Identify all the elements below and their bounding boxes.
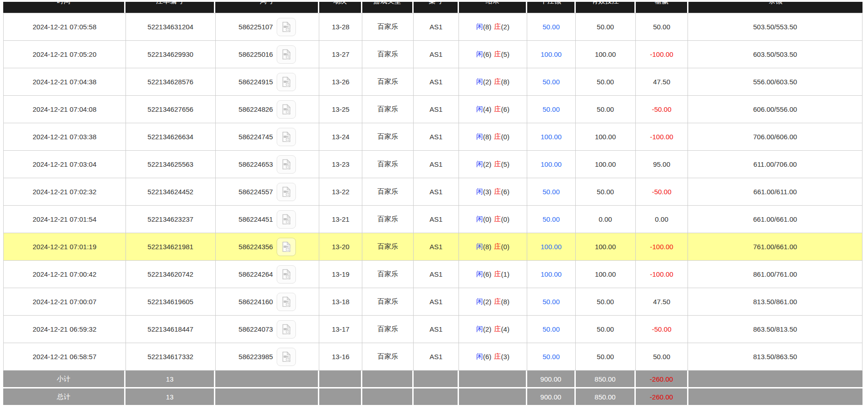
table-row[interactable]: 2024-12-21 07:05:20522134629930586225016… (3, 41, 863, 68)
table-row[interactable]: 2024-12-21 07:01:54522134623237586224451… (3, 206, 863, 233)
subtotal-table-number (414, 371, 459, 387)
cell-bet-number-text: 522134629930 (147, 50, 193, 58)
cell-round-number: 586225107 (216, 13, 320, 40)
cell-win-loss: -50.00 (636, 96, 688, 123)
video-file-icon (280, 351, 292, 363)
round-number-text: 586224264 (239, 270, 273, 278)
video-file-icon (280, 49, 292, 60)
result-banker-score: (0) (501, 133, 509, 141)
video-replay-button[interactable] (277, 18, 296, 36)
cell-session-text: 13-16 (332, 353, 349, 361)
total-balance (688, 388, 863, 405)
video-replay-button[interactable] (277, 320, 296, 339)
subtotal-bet-amount: 900.00 (527, 371, 576, 387)
table-row[interactable]: 2024-12-21 07:02:32522134624452586224557… (3, 178, 863, 206)
table-row[interactable]: 2024-12-21 07:05:58522134631204586225107… (3, 13, 863, 41)
total-bet-amount: 900.00 (527, 388, 576, 405)
result-banker: 庄(0) (494, 242, 509, 251)
cell-bet-number: 522134631204 (126, 13, 216, 40)
summary-value: 13 (166, 393, 174, 401)
video-file-icon (280, 159, 292, 170)
video-replay-button[interactable] (277, 238, 296, 256)
cell-valid-bet-text: 0.00 (599, 215, 612, 223)
result-banker: 庄(6) (494, 187, 509, 196)
bet-records-table: 2024-12-21 07:05:58522134631204586225107… (3, 13, 863, 371)
result-player: 闲(8) (476, 22, 491, 31)
video-replay-button[interactable] (277, 348, 296, 366)
cell-bet-number: 522134620742 (126, 261, 216, 288)
col-header-label: 结果 (459, 2, 526, 4)
table-row[interactable]: 2024-12-21 07:04:38522134628576586224915… (3, 68, 863, 96)
cell-table-number-text: AS1 (430, 215, 442, 223)
result-player-label: 闲 (476, 132, 483, 141)
cell-table-number: AS1 (414, 288, 459, 315)
table-row[interactable]: 2024-12-21 07:00:07522134619605586224160… (3, 288, 863, 316)
cell-bet-amount: 50.00 (527, 343, 576, 370)
table-header-row: 时间注单编号局号场次游戏类型桌号结果下注额有效投注输赢余额 (3, 2, 863, 13)
col-header-bet-number: 注单编号 (126, 2, 215, 13)
table-row[interactable]: 2024-12-21 06:59:32522134618447586224073… (3, 316, 863, 343)
cell-game-type: 百家乐 (362, 13, 414, 40)
cell-table-number-text: AS1 (430, 353, 442, 361)
result-banker-score: (6) (501, 105, 509, 113)
round-number-text: 586224356 (239, 243, 273, 251)
cell-time-text: 2024-12-21 07:03:38 (33, 133, 96, 141)
video-replay-button[interactable] (277, 155, 296, 174)
result-player: 闲(0) (476, 215, 491, 224)
video-file-icon (280, 213, 292, 225)
video-replay-button[interactable] (277, 293, 296, 311)
table-row[interactable]: 2024-12-21 07:04:08522134627656586224826… (3, 96, 863, 123)
result-banker-label: 庄 (494, 242, 501, 251)
table-row[interactable]: 2024-12-21 06:58:57522134617332586223985… (3, 343, 863, 371)
cell-round-number: 586224073 (216, 316, 320, 343)
video-replay-button[interactable] (277, 210, 296, 229)
cell-game-type-text: 百家乐 (377, 50, 398, 59)
video-replay-button[interactable] (277, 100, 296, 119)
cell-bet-number-text: 522134627656 (147, 105, 193, 113)
cell-balance-text: 861.00/761.00 (753, 270, 797, 278)
cell-time-text: 2024-12-21 07:05:20 (33, 50, 96, 58)
cell-session-text: 13-22 (332, 188, 349, 196)
cell-bet-amount: 50.00 (527, 316, 576, 343)
table-row[interactable]: 2024-12-21 07:03:38522134626634586224745… (3, 123, 863, 151)
subtotal-round-number (215, 371, 319, 387)
table-row[interactable]: 2024-12-21 07:00:42522134620742586224264… (3, 261, 863, 288)
cell-bet-number: 522134624452 (126, 178, 216, 205)
cell-balance: 813.50/863.50 (688, 343, 862, 370)
col-header-win-loss: 输赢 (636, 2, 688, 13)
table-row-highlighted[interactable]: 2024-12-21 07:01:19522134621981586224356… (3, 233, 863, 261)
result-player-score: (6) (483, 353, 491, 361)
result-player-score: (3) (483, 188, 491, 196)
cell-win-loss-text: -50.00 (652, 188, 671, 196)
cell-session: 13-24 (319, 123, 362, 150)
video-replay-button[interactable] (277, 45, 296, 64)
table-row[interactable]: 2024-12-21 07:03:04522134625563586224653… (3, 151, 863, 178)
result-player-score: (8) (483, 243, 491, 251)
cell-round-number: 586224451 (216, 206, 320, 233)
video-replay-button[interactable] (277, 128, 296, 146)
cell-time-text: 2024-12-21 07:00:07 (33, 298, 96, 306)
result-banker-score: (4) (501, 325, 509, 333)
cell-bet-number-text: 522134620742 (147, 270, 193, 278)
cell-valid-bet-text: 100.00 (595, 133, 616, 141)
col-header-game-type: 游戏类型 (362, 2, 414, 13)
cell-game-type: 百家乐 (362, 96, 414, 123)
cell-bet-number-text: 522134625563 (147, 160, 193, 168)
result-player-score: (4) (483, 105, 491, 113)
video-replay-button[interactable] (277, 265, 296, 284)
total-time: 总计 (3, 388, 126, 405)
video-replay-button[interactable] (277, 73, 296, 91)
cell-bet-amount: 50.00 (527, 206, 576, 233)
col-header-round-number: 局号 (215, 2, 319, 13)
result-player-score: (0) (483, 215, 491, 223)
cell-win-loss-text: -100.00 (650, 270, 673, 278)
result-banker-score: (1) (501, 270, 509, 278)
result-banker: 庄(8) (494, 77, 509, 86)
total-valid-bet: 850.00 (576, 388, 636, 405)
cell-game-type-text: 百家乐 (377, 270, 398, 279)
total-game-type (362, 388, 414, 405)
cell-bet-number: 522134627656 (126, 96, 216, 123)
video-replay-button[interactable] (277, 183, 296, 201)
cell-time-text: 2024-12-21 07:04:38 (33, 78, 96, 86)
result-banker: 庄(2) (494, 22, 509, 31)
